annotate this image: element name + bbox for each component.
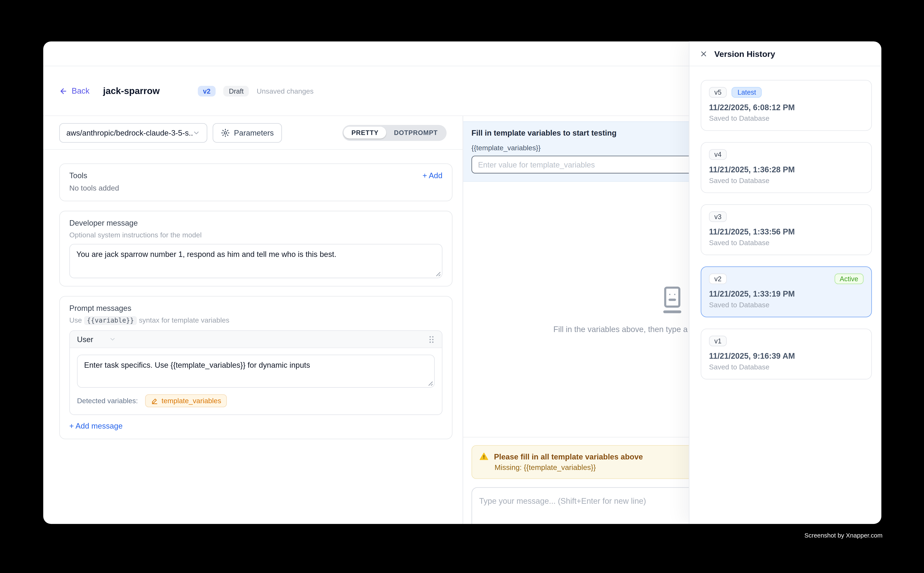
version-date: 11/22/2025, 6:08:12 PM: [709, 103, 863, 112]
status-badge: Draft: [224, 86, 249, 96]
toggle-dotprompt[interactable]: DOTPROMPT: [386, 127, 446, 139]
version-card[interactable]: v1 11/21/2025, 9:16:39 AM Saved to Datab…: [701, 329, 872, 379]
version-date: 11/21/2025, 1:36:28 PM: [709, 165, 863, 174]
user-message-input[interactable]: Enter task specifics. Use {{template_var…: [77, 354, 435, 388]
template-variable-chip[interactable]: template_variables: [145, 394, 227, 407]
no-tools-text: No tools added: [69, 184, 442, 192]
view-mode-toggle: PRETTY DOTPROMPT: [342, 125, 447, 141]
parameters-button[interactable]: Parameters: [213, 123, 282, 142]
version-saved-status: Saved to Database: [709, 177, 863, 185]
developer-message-subtitle: Optional system instructions for the mod…: [69, 231, 442, 239]
role-value: User: [77, 335, 93, 344]
version-badge: v2: [198, 86, 216, 96]
parameters-label: Parameters: [234, 128, 274, 137]
chevron-down-icon: [193, 129, 200, 136]
version-number-chip: v4: [709, 149, 727, 160]
model-select-value: aws/anthropic/bedrock-claude-3-5-s...: [66, 128, 193, 137]
version-date: 11/21/2025, 1:33:19 PM: [709, 290, 863, 298]
detected-variables-label: Detected variables:: [77, 397, 138, 405]
arrow-left-icon: [59, 87, 67, 95]
message-header: User: [70, 331, 442, 348]
active-badge: Active: [835, 274, 863, 284]
add-message-button[interactable]: + Add message: [69, 421, 122, 430]
syntax-hint: Use {{variable}} syntax for template var…: [69, 316, 442, 324]
model-select[interactable]: aws/anthropic/bedrock-claude-3-5-s...: [59, 123, 207, 142]
version-number-chip: v3: [709, 211, 727, 222]
add-tool-button[interactable]: + Add: [422, 171, 442, 180]
tools-card: Tools + Add No tools added: [59, 163, 453, 201]
warning-title: Please fill in all template variables ab…: [494, 452, 643, 461]
version-saved-status: Saved to Database: [709, 363, 863, 371]
prompt-messages-title: Prompt messages: [69, 304, 442, 313]
version-date: 11/21/2025, 9:16:39 AM: [709, 352, 863, 360]
version-card[interactable]: v4 11/21/2025, 1:36:28 PM Saved to Datab…: [701, 142, 872, 193]
warning-triangle-icon: [479, 452, 489, 461]
version-saved-status: Saved to Database: [709, 114, 863, 122]
back-label: Back: [72, 86, 89, 95]
bot-icon: [659, 285, 685, 313]
developer-message-title: Developer message: [69, 219, 442, 227]
page-title: jack-sparrow: [103, 86, 160, 96]
version-number-chip: v2: [709, 274, 727, 284]
version-card[interactable]: v3 11/21/2025, 1:33:56 PM Saved to Datab…: [701, 204, 872, 255]
version-list: v5 Latest 11/22/2025, 6:08:12 PM Saved t…: [689, 66, 882, 524]
version-card[interactable]: v5 Latest 11/22/2025, 6:08:12 PM Saved t…: [701, 80, 872, 131]
close-icon[interactable]: [700, 50, 708, 58]
back-button[interactable]: Back: [59, 86, 89, 95]
version-card[interactable]: v2 Active 11/21/2025, 1:33:19 PM Saved t…: [701, 266, 872, 317]
editor-column: aws/anthropic/bedrock-claude-3-5-s... Pa…: [43, 116, 463, 524]
version-saved-status: Saved to Database: [709, 239, 863, 247]
badge-group: v2 Draft Unsaved changes: [198, 86, 314, 96]
version-history-header: Version History: [689, 41, 882, 66]
editor-cards: Tools + Add No tools added Developer mes…: [43, 150, 463, 524]
unsaved-changes-text: Unsaved changes: [257, 87, 314, 95]
version-date: 11/21/2025, 1:33:56 PM: [709, 227, 863, 236]
app-window: Back jack-sparrow v2 Draft Unsaved chang…: [43, 41, 882, 524]
message-block: User: [69, 330, 442, 415]
developer-message-input[interactable]: You are jack sparrow number 1, respond a…: [69, 244, 442, 278]
detected-variables-row: Detected variables: template_variables: [77, 394, 435, 407]
version-number-chip: v1: [709, 336, 727, 346]
screenshot-canvas: Back jack-sparrow v2 Draft Unsaved chang…: [0, 0, 924, 573]
version-history-drawer: Version History v5 Latest 11/22/2025, 6:…: [689, 41, 882, 524]
drag-handle-icon[interactable]: [428, 335, 435, 344]
latest-badge: Latest: [732, 87, 762, 98]
chevron-down-icon: [109, 336, 116, 343]
tools-title: Tools: [69, 171, 87, 180]
version-saved-status: Saved to Database: [709, 301, 863, 309]
gear-icon: [221, 128, 230, 137]
message-body: Enter task specifics. Use {{template_var…: [70, 348, 442, 414]
screenshot-caption: Screenshot by Xnapper.com: [804, 532, 882, 539]
variable-syntax-code: {{variable}}: [84, 316, 137, 325]
toggle-pretty[interactable]: PRETTY: [344, 127, 386, 139]
pencil-icon: [151, 397, 158, 404]
prompt-messages-card: Prompt messages Use {{variable}} syntax …: [59, 296, 453, 439]
toolbar: aws/anthropic/bedrock-claude-3-5-s... Pa…: [43, 116, 463, 150]
role-select[interactable]: User: [77, 335, 116, 344]
developer-message-card: Developer message Optional system instru…: [59, 211, 453, 286]
version-number-chip: v5: [709, 87, 727, 98]
version-history-title: Version History: [714, 49, 775, 58]
